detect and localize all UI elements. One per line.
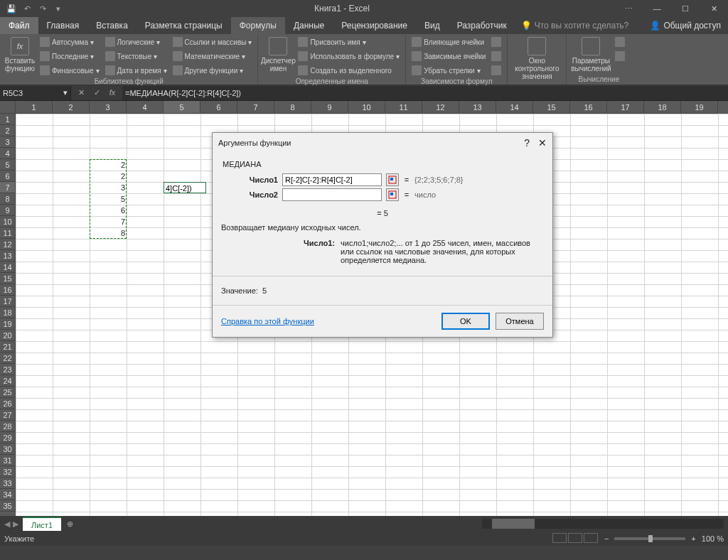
cancel-button[interactable]: Отмена (496, 313, 544, 330)
row-header[interactable]: 4 (0, 148, 16, 159)
name-manager-button[interactable]: Диспетчер имен (262, 36, 294, 72)
column-header[interactable]: 8 (274, 101, 311, 114)
error-checking-button[interactable] (490, 50, 503, 63)
undo-icon[interactable]: ↶ (21, 3, 33, 14)
column-header[interactable]: 10 (348, 101, 385, 114)
cell-r8c3[interactable]: 5 (90, 193, 127, 205)
trace-precedents-button[interactable]: Влияющие ячейки (410, 36, 487, 48)
row-header[interactable]: 20 (0, 330, 16, 341)
tab-insert[interactable]: Вставка (87, 17, 136, 34)
zoom-out-icon[interactable]: − (604, 534, 609, 543)
sheet-next-icon[interactable]: ▶ (13, 519, 18, 529)
tab-formulas[interactable]: Формулы (231, 17, 285, 34)
formula-input[interactable]: =МЕДИАНА(R[-2]C[-2]:R[4]C[-2]) (122, 86, 728, 100)
lookup-button[interactable]: Ссылки и массивы ▾ (171, 36, 254, 48)
row-header[interactable]: 23 (0, 364, 16, 375)
create-from-selection-button[interactable]: Создать из выделенного (296, 64, 401, 77)
active-cell[interactable]: 4]C[-2]) (164, 182, 206, 193)
tab-home[interactable]: Главная (38, 17, 88, 34)
row-header[interactable]: 30 (0, 443, 16, 455)
financial-button[interactable]: Финансовые ▾ (38, 64, 101, 77)
autosum-button[interactable]: Автосумма ▾ (38, 36, 101, 48)
row-header[interactable]: 26 (0, 398, 16, 409)
row-header[interactable]: 8 (0, 193, 16, 205)
row-header[interactable]: 32 (0, 466, 16, 478)
ok-button[interactable]: OK (441, 313, 490, 330)
row-header[interactable]: 27 (0, 409, 16, 421)
arg1-input[interactable] (282, 173, 382, 186)
sheet-tab-1[interactable]: Лист1 (23, 517, 61, 531)
share-button[interactable]: 👤Общий доступ (643, 17, 728, 34)
row-header[interactable]: 13 (0, 250, 16, 262)
view-buttons[interactable] (552, 533, 599, 544)
zoom-level[interactable]: 100 % (702, 534, 724, 543)
row-header[interactable]: 21 (0, 341, 16, 352)
column-header[interactable]: 14 (496, 101, 533, 114)
row-header[interactable]: 29 (0, 432, 16, 443)
maximize-icon[interactable]: ☐ (671, 0, 700, 17)
row-header[interactable]: 14 (0, 262, 16, 273)
row-header[interactable]: 31 (0, 455, 16, 466)
cell-r9c3[interactable]: 6 (90, 205, 127, 216)
calc-options-button[interactable]: Параметры вычислений (571, 36, 611, 72)
enter-formula-icon[interactable]: ✓ (90, 88, 104, 97)
row-header[interactable]: 25 (0, 387, 16, 398)
tab-review[interactable]: Рецензирование (333, 17, 416, 34)
row-header[interactable]: 1 (0, 114, 16, 125)
qat-more-icon[interactable]: ▾ (53, 3, 64, 14)
row-header[interactable]: 17 (0, 296, 16, 307)
column-header[interactable]: 3 (90, 101, 127, 114)
zoom-in-icon[interactable]: + (691, 534, 695, 543)
tab-data[interactable]: Данные (285, 17, 333, 34)
column-header[interactable]: 1 (16, 101, 53, 114)
column-header[interactable]: 16 (570, 101, 607, 114)
column-header[interactable]: 19 (681, 101, 718, 114)
cell-r5c3[interactable]: 2 (90, 159, 127, 171)
arg2-input[interactable] (282, 188, 382, 201)
use-in-formula-button[interactable]: Использовать в формуле ▾ (296, 50, 401, 63)
column-header[interactable]: 9 (311, 101, 348, 114)
row-header[interactable]: 19 (0, 318, 16, 330)
help-link[interactable]: Справка по этой функции (221, 317, 314, 325)
recent-button[interactable]: Последние ▾ (38, 50, 101, 63)
tab-developer[interactable]: Разработчик (449, 17, 515, 34)
show-formulas-button[interactable] (490, 36, 503, 48)
row-header[interactable]: 15 (0, 273, 16, 284)
column-header[interactable]: 4 (127, 101, 164, 114)
cell-r10c3[interactable]: 7 (90, 216, 127, 227)
row-header[interactable]: 35 (0, 500, 16, 512)
horizontal-scrollbar[interactable] (482, 519, 724, 529)
trace-dependents-button[interactable]: Зависимые ячейки (410, 50, 487, 63)
column-header[interactable]: 5 (164, 101, 200, 114)
insert-function-button[interactable]: fx Вставить функцию (4, 36, 36, 72)
tell-me[interactable]: 💡Что вы хотите сделать? (521, 17, 629, 34)
more-functions-button[interactable]: Другие функции ▾ (171, 64, 254, 77)
add-sheet-button[interactable]: ⊕ (61, 519, 79, 529)
dialog-titlebar[interactable]: Аргументы функции ?✕ (213, 133, 552, 153)
column-header[interactable]: 15 (533, 101, 570, 114)
cancel-formula-icon[interactable]: ✕ (74, 88, 88, 97)
cell-r6c3[interactable]: 2 (90, 171, 127, 182)
dialog-close-icon[interactable]: ✕ (538, 137, 547, 149)
row-header[interactable]: 9 (0, 205, 16, 216)
row-header[interactable]: 10 (0, 216, 16, 227)
row-header[interactable]: 24 (0, 375, 16, 387)
arg1-range-selector[interactable] (386, 173, 399, 186)
remove-arrows-button[interactable]: Убрать стрелки ▾ (410, 64, 487, 77)
row-header[interactable]: 33 (0, 478, 16, 489)
row-header[interactable]: 7 (0, 182, 16, 193)
text-button[interactable]: Текстовые ▾ (104, 50, 168, 63)
ribbon-options-icon[interactable]: ⋯ (614, 0, 643, 17)
column-header[interactable]: 11 (385, 101, 422, 114)
save-icon[interactable]: 💾 (6, 3, 17, 14)
minimize-icon[interactable]: — (643, 0, 671, 17)
zoom-slider[interactable] (614, 537, 685, 540)
arg2-range-selector[interactable] (386, 188, 399, 201)
tab-layout[interactable]: Разметка страницы (136, 17, 231, 34)
name-box[interactable]: R5C3▾ (0, 86, 71, 100)
chevron-down-icon[interactable]: ▾ (63, 88, 68, 97)
column-header[interactable]: 13 (459, 101, 496, 114)
evaluate-formula-button[interactable] (490, 64, 503, 77)
column-header[interactable]: 12 (422, 101, 459, 114)
watch-window-button[interactable]: Окно контрольного значения (512, 36, 562, 80)
